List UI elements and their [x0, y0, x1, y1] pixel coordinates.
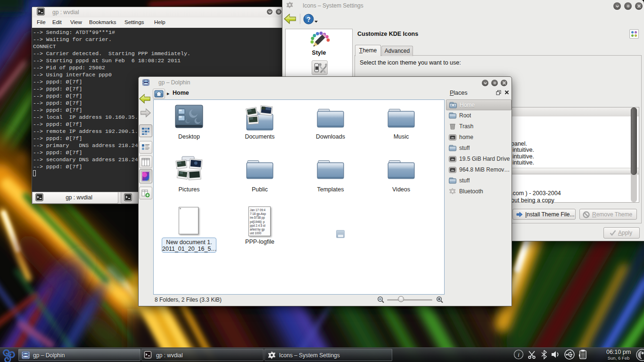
- svg-text:?: ?: [306, 16, 311, 23]
- svg-text:i: i: [518, 351, 520, 358]
